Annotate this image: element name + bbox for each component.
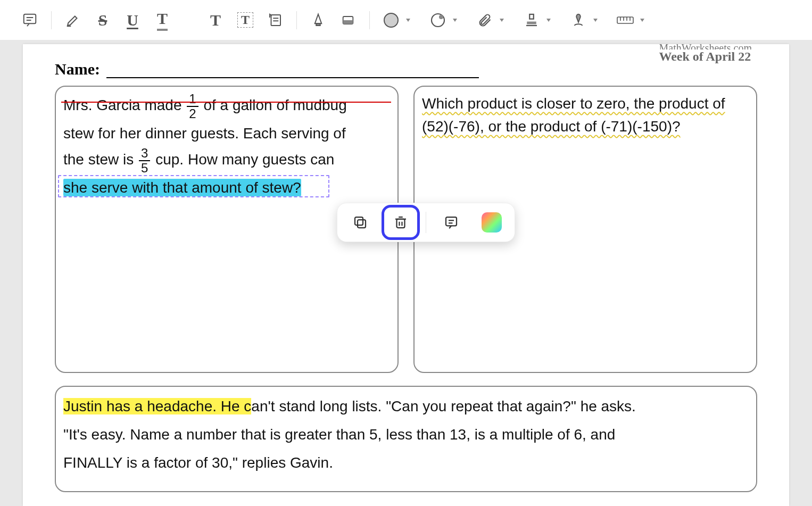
document-viewport[interactable]: MathWorksheets.com Week of April 22 Name… (0, 40, 812, 506)
page-header: MathWorksheets.com Week of April 22 (659, 44, 752, 64)
strikethrough-tool[interactable]: S (89, 6, 117, 34)
week-label: Week of April 22 (659, 49, 751, 63)
underline-tool[interactable]: U (119, 6, 146, 34)
svg-rect-8 (343, 20, 353, 24)
stamp-tool[interactable] (518, 6, 551, 34)
chevron-down-icon (453, 19, 457, 22)
fraction-1-2: 12 (187, 93, 198, 120)
shape-outline-tool[interactable] (424, 6, 457, 34)
textbox-letter: T (238, 13, 253, 27)
squiggle-annotation[interactable]: Which product is closer to zero, the pro… (422, 95, 725, 135)
separator (369, 11, 370, 29)
chevron-down-icon (640, 19, 644, 22)
underline-letter: U (127, 11, 138, 29)
annotation-context-menu (337, 203, 515, 242)
font-letter: T (210, 11, 221, 29)
name-blank-line (106, 63, 479, 78)
signature-tool[interactable] (565, 6, 598, 34)
text-style-tool[interactable]: T (148, 6, 176, 34)
chevron-down-icon (546, 19, 551, 22)
chevron-down-icon (500, 19, 504, 22)
font-tool[interactable]: T (202, 6, 229, 34)
textbox-tool[interactable]: T (231, 6, 259, 34)
eraser-tool[interactable] (334, 6, 362, 34)
highlight-annotation[interactable]: she serve with that amount of stew? (63, 179, 301, 196)
delete-button[interactable] (385, 209, 416, 236)
strikethrough-letter: S (98, 11, 107, 29)
site-label: MathWorksheets.com (659, 42, 752, 49)
separator (51, 11, 52, 29)
pencil-tool[interactable] (304, 6, 332, 34)
annotation-toolbar: S U T T T (0, 0, 812, 40)
red-strikethrough-annotation[interactable] (61, 102, 391, 103)
text-style-letter: T (157, 10, 168, 31)
ruler-tool[interactable] (611, 6, 644, 34)
separator (296, 11, 297, 29)
q1-text: Mrs. Garcia made 12 of a gallon of mudbu… (63, 92, 390, 201)
fraction-3-5: 35 (139, 147, 150, 175)
name-label: Name: (55, 60, 100, 78)
worksheet-page: MathWorksheets.com Week of April 22 Name… (23, 44, 789, 506)
attachment-tool[interactable] (471, 6, 504, 34)
name-field-row: Name: (55, 60, 757, 78)
svg-rect-21 (446, 217, 457, 226)
question-box-3: Justin has a headache. He can't stand lo… (55, 386, 757, 492)
comment-tool[interactable] (16, 6, 44, 34)
svg-rect-16 (358, 220, 366, 228)
color-chip-icon (482, 212, 502, 233)
svg-rect-0 (24, 14, 36, 23)
note-button[interactable] (436, 209, 467, 236)
highlighter-tool[interactable] (59, 6, 87, 34)
svg-rect-11 (617, 17, 633, 23)
chevron-down-icon (406, 19, 410, 22)
copy-button[interactable] (345, 209, 376, 236)
chevron-down-icon (593, 19, 598, 22)
separator (426, 212, 426, 233)
insert-note-tool[interactable] (261, 6, 289, 34)
yellow-highlight-annotation[interactable]: Justin has a headache. He c (63, 398, 251, 414)
q3-text: Justin has a headache. He can't stand lo… (63, 392, 749, 477)
shape-fill-tool[interactable] (377, 6, 410, 34)
svg-rect-17 (355, 217, 363, 225)
svg-rect-18 (397, 219, 405, 228)
svg-point-10 (439, 15, 443, 19)
color-button[interactable] (476, 209, 507, 236)
svg-rect-3 (271, 15, 281, 26)
svg-rect-6 (316, 23, 320, 26)
